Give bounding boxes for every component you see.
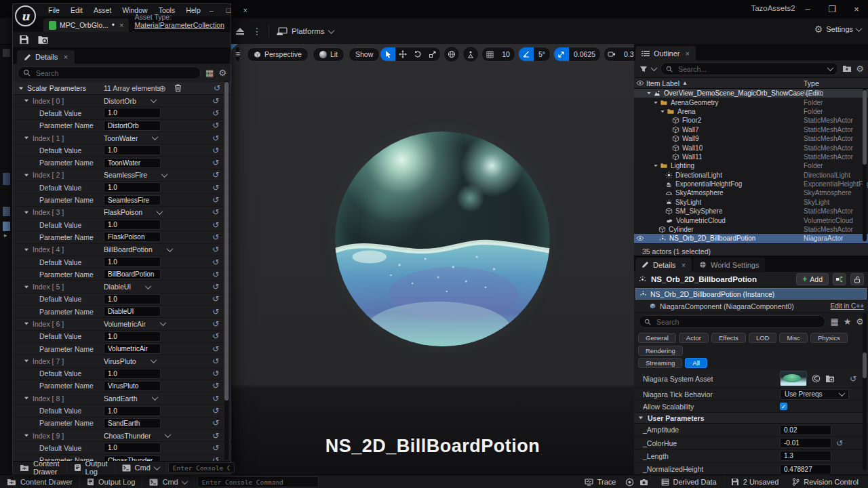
tab-outliner[interactable]: Outliner ×	[635, 46, 696, 60]
outliner-search[interactable]	[660, 62, 838, 75]
content-drawer-button[interactable]: Content Drawer	[0, 475, 80, 488]
user-parameter-value-field[interactable]	[780, 451, 831, 461]
param-index-row[interactable]: Index [ 7 ]VirusPluto↺	[13, 355, 231, 367]
outliner-row[interactable]: ArenaFolder	[634, 107, 868, 116]
param-index-row[interactable]: Index [ 3 ]FlaskPoison↺	[13, 207, 231, 219]
tab-world-settings[interactable]: World Settings	[693, 258, 765, 272]
expand-arrow-icon[interactable]	[24, 100, 28, 102]
reset-icon[interactable]: ↺	[212, 134, 219, 142]
param-default-value[interactable]	[104, 257, 161, 267]
blueprint-convert-button[interactable]	[833, 273, 846, 285]
expand-arrow-icon[interactable]	[24, 137, 28, 140]
param-index-row[interactable]: Index [ 1 ]ToonWater↺	[13, 132, 231, 144]
details-scrollbar[interactable]	[863, 313, 867, 470]
close-icon[interactable]: ×	[682, 261, 686, 269]
outliner-search-input[interactable]	[677, 64, 824, 74]
rotate-tool-button[interactable]	[410, 47, 425, 61]
column-type-label[interactable]: Type	[804, 79, 868, 87]
param-default-value[interactable]	[104, 406, 161, 416]
param-index-row[interactable]: Index [ 9 ]ChoasThunder↺	[13, 430, 231, 442]
reset-icon[interactable]: ↺	[212, 146, 219, 155]
edit-in-cpp-link[interactable]: Edit in C++	[831, 302, 864, 310]
param-name-field[interactable]	[104, 306, 161, 317]
outliner-scrollbar[interactable]	[863, 89, 867, 241]
outliner-settings-gear-icon[interactable]: ⚙	[856, 64, 864, 73]
param-default-value[interactable]	[104, 182, 161, 192]
param-default-value[interactable]	[104, 294, 161, 304]
asset-type-value[interactable]: MaterialParameterCollection	[134, 21, 224, 29]
filter-chip-effects[interactable]: Effects	[711, 333, 746, 343]
param-name-dropdown[interactable]: SandEarth	[104, 394, 157, 403]
param-name-field[interactable]	[104, 232, 161, 242]
reset-icon[interactable]: ↺	[212, 382, 219, 390]
expand-arrow-icon[interactable]	[24, 360, 28, 363]
favorites-star-icon[interactable]: ★	[844, 317, 852, 326]
eye-slot[interactable]	[634, 235, 646, 241]
reset-icon[interactable]: ↺	[212, 320, 219, 328]
param-index-row[interactable]: Index [ 5 ]DiableUI↺	[13, 281, 231, 293]
details-search-input[interactable]	[655, 317, 820, 327]
filter-chip-streaming[interactable]: Streaming	[638, 358, 682, 368]
asset-tab[interactable]: MPC_OrbGlo... • ×	[43, 18, 129, 32]
use-selected-asset-icon[interactable]	[812, 374, 821, 383]
reset-icon[interactable]: ↺	[212, 407, 219, 415]
user-parameter-value-field[interactable]	[780, 425, 831, 435]
filter-chip-general[interactable]: General	[638, 333, 676, 343]
viewport-options-button[interactable]: ≡	[235, 46, 241, 62]
param-name-field[interactable]	[104, 158, 161, 168]
grid-view-icon[interactable]: ▦	[205, 68, 214, 77]
reset-icon[interactable]: ↺	[212, 432, 219, 440]
insights-icon[interactable]	[623, 478, 637, 487]
add-component-button[interactable]: + Add	[796, 273, 829, 285]
grid-snap-value[interactable]: 10	[497, 47, 515, 61]
outliner-row[interactable]: SM_SkySphereStaticMeshActor	[634, 207, 868, 216]
asset-close-button[interactable]: ×	[240, 6, 251, 14]
menu-item-window[interactable]: Window	[117, 6, 153, 14]
outliner-row[interactable]: LightingFolder	[634, 161, 868, 170]
output-log-button[interactable]: Output Log	[80, 475, 142, 488]
menu-item-tools[interactable]: Tools	[153, 6, 181, 14]
component-row[interactable]: NiagaraComponent (NiagaraComponent0) Edi…	[634, 300, 868, 312]
reset-array-icon[interactable]: ↺	[214, 84, 220, 92]
param-default-value[interactable]	[104, 220, 161, 230]
level-viewport[interactable]: ≡ Perspective Lit Show	[231, 44, 634, 474]
outliner-row[interactable]: ExponentialHeightFogExponentialHeightFog	[634, 180, 868, 188]
expand-arrow-icon[interactable]	[24, 285, 28, 288]
unreal-logo[interactable]: u	[15, 5, 36, 26]
param-name-dropdown[interactable]: FlaskPoison	[104, 208, 162, 216]
cmd-button[interactable]: Cmd	[142, 475, 194, 488]
camera-speed-icon[interactable]	[604, 47, 619, 61]
left-scrollbar[interactable]	[224, 81, 229, 460]
param-name-dropdown[interactable]: DistortOrb	[104, 97, 156, 105]
allow-scalability-checkbox[interactable]: ✓	[780, 403, 787, 410]
asset-restore-button[interactable]: □	[223, 6, 234, 14]
menu-item-file[interactable]: File	[43, 6, 65, 14]
param-index-row[interactable]: Index [ 4 ]BillBoardPotion↺	[13, 244, 231, 256]
param-index-row[interactable]: Index [ 8 ]SandEarth↺	[13, 392, 231, 405]
unsaved-button[interactable]: 2 Unsaved	[724, 475, 786, 488]
param-name-dropdown[interactable]: SeamlessFire	[104, 171, 167, 179]
param-name-field[interactable]	[104, 121, 161, 131]
reset-icon[interactable]: ↺	[212, 159, 219, 167]
revision-control-button[interactable]: Revision Control	[785, 475, 868, 488]
filter-chip-all[interactable]: All	[685, 358, 707, 368]
user-parameter-value-field[interactable]	[780, 464, 831, 474]
param-name-field[interactable]	[104, 344, 161, 354]
lock-open-icon[interactable]	[850, 273, 864, 285]
browse-to-asset-icon[interactable]	[825, 375, 835, 383]
fw-cmd-button[interactable]: Cmd	[115, 462, 167, 474]
param-name-dropdown[interactable]: DiableUI	[104, 283, 151, 291]
settings-button[interactable]: ⚙ Settings	[814, 24, 861, 34]
grid-view-icon[interactable]: ▦	[830, 317, 838, 326]
world-coordinate-button[interactable]	[443, 46, 460, 62]
param-name-dropdown[interactable]: ToonWater	[104, 134, 157, 142]
tick-behavior-dropdown[interactable]: Use Prereqs	[780, 389, 849, 400]
column-item-label[interactable]: Item Label	[646, 79, 679, 87]
close-icon[interactable]: ×	[686, 49, 690, 58]
outliner-row[interactable]: VolumetricCloudVolumetricCloud	[634, 216, 868, 224]
close-icon[interactable]: ×	[119, 21, 123, 29]
param-name-field[interactable]	[104, 381, 161, 391]
reset-icon[interactable]: ↺	[212, 270, 219, 279]
expand-arrow-icon[interactable]	[24, 174, 28, 177]
grid-snap-icon[interactable]	[482, 47, 497, 61]
